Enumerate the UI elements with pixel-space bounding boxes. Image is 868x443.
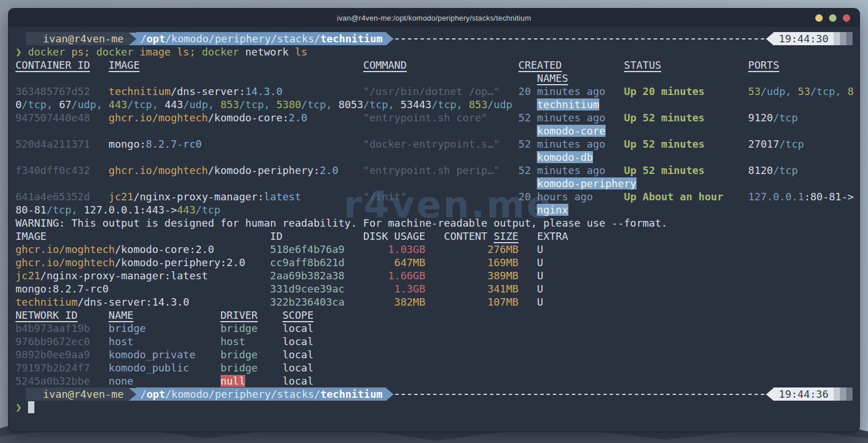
terminal-line: 947507440e48 ghcr.io/moghtech/komodo-cor… (15, 111, 853, 124)
prompt-time: 19:44:36 (773, 387, 834, 401)
window-titlebar[interactable]: ivan@r4ven-me:/opt/komodo/periphery/stac… (9, 9, 859, 27)
terminal-line: komodo-db (15, 151, 853, 164)
gradient-cell (840, 387, 846, 401)
shell-prompt-top: ivan@r4ven-me /opt/komodo/periphery/stac… (15, 32, 853, 45)
maximize-button[interactable] (829, 14, 836, 22)
time-chevron-icon (766, 388, 773, 401)
powerline-arrow-icon (386, 33, 394, 45)
cursor-line[interactable]: ❯ (15, 401, 853, 414)
close-button[interactable] (843, 14, 850, 22)
terminal-line: NAMES (15, 72, 853, 85)
prompt-char: ❯ (15, 401, 28, 413)
shell-prompt-bottom: ivan@r4ven-me /opt/komodo/periphery/stac… (15, 387, 853, 401)
terminal-line: 976bb9672ec0 host host local (15, 335, 853, 348)
terminal-window: ivan@r4ven-me:/opt/komodo/periphery/stac… (8, 8, 860, 432)
terminal-line: komodo-periphery (15, 177, 853, 190)
time-chevron-icon (766, 33, 773, 45)
terminal-line: technitium/dns-server:14.3.0 322b236403c… (15, 295, 853, 308)
minimize-button[interactable] (815, 14, 823, 22)
prompt-time: 19:44:30 (773, 32, 834, 45)
powerline-arrow-icon (129, 388, 136, 401)
window-controls (815, 9, 850, 27)
gradient-cell (846, 387, 853, 401)
prompt-path: /opt/komodo/periphery/stacks/technitium (136, 387, 386, 401)
terminal-line: 641a4e65352d jc21/nginx-proxy-manager:la… (15, 190, 853, 203)
window-title: ivan@r4ven-me:/opt/komodo/periphery/stac… (9, 14, 859, 22)
terminal-line: NETWORK ID NAME DRIVER SCOPE (15, 308, 853, 322)
terminal-line: f340dff0c432 ghcr.io/moghtech/komodo-per… (15, 164, 853, 177)
terminal-line: 80-81/tcp, 127.0.0.1:443->443/tcp nginx (15, 203, 853, 216)
terminal-line: WARNING: This output is designed for hum… (15, 216, 853, 230)
prompt-user: ivan@r4ven-me (26, 32, 129, 45)
terminal-content[interactable]: r4ven.me ivan@r4ven-me /opt/komodo/perip… (9, 27, 859, 432)
terminal-line: ghcr.io/moghtech/komodo-periphery:2.0 cc… (15, 256, 853, 269)
terminal-line: b4b973aaf19b bridge bridge local (15, 322, 853, 335)
terminal-line: CONTAINER ID IMAGE COMMAND CREATED STATU… (15, 58, 853, 72)
terminal-line: 520d4a211371 mongo:8.2.7-rc0 "docker-ent… (15, 137, 853, 151)
gradient-cell (834, 387, 840, 401)
terminal-line: jc21/nginx-proxy-manager:latest 2aa69b38… (15, 269, 853, 282)
terminal-line: ghcr.io/moghtech/komodo-core:2.0 518e6f4… (15, 243, 853, 256)
prompt-user: ivan@r4ven-me (26, 387, 129, 401)
terminal-line: ❯ docker ps; docker image ls; docker net… (15, 45, 853, 58)
gradient-cell (840, 32, 846, 45)
terminal-line: komodo-core (15, 124, 853, 137)
powerline-arrow-icon (386, 388, 394, 401)
terminal-line: mongo:8.2.7-rc0 331d9cee39ac 1.3GB 341MB… (15, 282, 853, 295)
terminal-line: 363485767d52 technitium/dns-server:14.3.… (15, 85, 853, 98)
gradient-cell (834, 32, 840, 45)
powerline-arrow-icon (129, 33, 136, 45)
gradient-cell (846, 32, 853, 45)
prompt-path: /opt/komodo/periphery/stacks/technitium (136, 32, 386, 45)
terminal-line: IMAGE ID DISK USAGE CONTENT SIZE EXTRA (15, 230, 853, 243)
prompt-filler-dashes (395, 387, 765, 401)
text-cursor[interactable] (28, 401, 34, 413)
terminal-line: 5245a0b32bbe none null local (15, 374, 853, 387)
terminal-line: 79197b2b24f7 komodo_public bridge local (15, 361, 853, 374)
terminal-line: 9892b0ee9aa9 komodo_private bridge local (15, 348, 853, 361)
terminal-output: ❯ docker ps; docker image ls; docker net… (15, 45, 853, 387)
terminal-line: 0/tcp, 67/udp, 443/tcp, 443/udp, 853/tcp… (15, 98, 853, 111)
prompt-filler-dashes (395, 32, 765, 45)
